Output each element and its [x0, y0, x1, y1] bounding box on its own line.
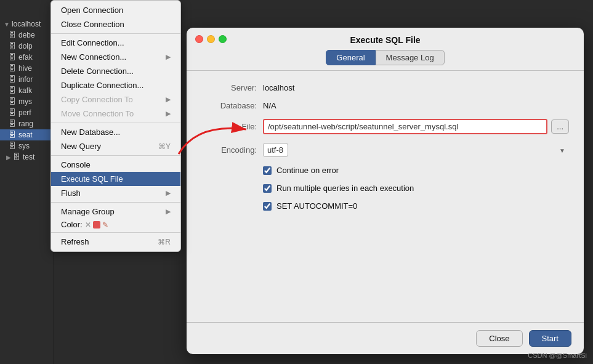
- sidebar-item-label: debe: [18, 31, 35, 39]
- sidebar-item-label: infor: [18, 75, 33, 84]
- sidebar-item-seat[interactable]: 🗄 seat: [0, 129, 54, 140]
- sidebar-item-label: dolp: [18, 42, 33, 51]
- encoding-label: Encoding:: [201, 145, 257, 155]
- db-icon: 🗄: [9, 31, 16, 39]
- sidebar-item-label: mys: [18, 97, 32, 106]
- encoding-row: Encoding: utf-8: [201, 143, 569, 157]
- start-button[interactable]: Start: [529, 330, 571, 347]
- db-icon: 🗄: [9, 42, 16, 51]
- checkbox-set-autocommit: SET AUTOCOMMIT=0: [201, 201, 569, 211]
- file-input-row: ...: [263, 119, 569, 134]
- db-icon: 🗄: [9, 86, 16, 95]
- submenu-arrow-icon: ▶: [166, 53, 171, 61]
- db-icon: 🗄: [9, 108, 16, 117]
- database-value: N/A: [263, 101, 276, 110]
- dialog-tabs: General Message Log: [187, 50, 584, 70]
- minimize-window-button[interactable]: [207, 35, 215, 43]
- submenu-arrow-icon: ▶: [166, 189, 171, 197]
- sidebar-item-label: efak: [18, 53, 33, 62]
- maximize-window-button[interactable]: [219, 35, 227, 43]
- sidebar-item-test[interactable]: ▶ 🗄 test: [0, 152, 54, 163]
- database-label: Database:: [201, 101, 257, 110]
- menu-new-connection[interactable]: New Connection... ▶: [51, 50, 180, 64]
- db-icon: 🗄: [9, 64, 16, 73]
- db-icon: 🗄: [9, 97, 16, 106]
- color-swatch-red[interactable]: [93, 221, 100, 229]
- server-row: Server: localhost: [201, 83, 569, 92]
- sidebar-item-rang[interactable]: 🗄 rang: [0, 118, 54, 129]
- menu-copy-connection-to[interactable]: Copy Connection To ▶: [51, 92, 180, 107]
- checkbox-continue-on-error: Continue on error: [201, 166, 569, 175]
- menu-separator-3: [51, 155, 180, 156]
- sidebar-item-efak[interactable]: 🗄 efak: [0, 52, 54, 63]
- dialog-title: Execute SQL File: [350, 35, 420, 45]
- menu-flush[interactable]: Flush ▶: [51, 186, 180, 200]
- menu-open-connection[interactable]: Open Connection: [51, 3, 180, 17]
- sidebar-item-infor[interactable]: 🗄 infor: [0, 74, 54, 85]
- menu-execute-sql-file[interactable]: Execute SQL File: [51, 172, 180, 186]
- color-swatches: ✕ ✎: [85, 220, 108, 229]
- execute-sql-dialog: Execute SQL File General Message Log Ser…: [187, 28, 584, 354]
- close-button[interactable]: Close: [476, 330, 522, 347]
- menu-close-connection[interactable]: Close Connection: [51, 17, 180, 31]
- menu-delete-connection[interactable]: Delete Connection...: [51, 64, 180, 78]
- menu-duplicate-connection[interactable]: Duplicate Connection...: [51, 78, 180, 92]
- file-input[interactable]: [263, 119, 547, 134]
- set-autocommit-checkbox[interactable]: [263, 202, 272, 211]
- sidebar-item-dolp[interactable]: 🗄 dolp: [0, 41, 54, 52]
- tab-general[interactable]: General: [326, 50, 375, 65]
- sidebar-item-label: sys: [18, 142, 30, 150]
- dialog-body: Server: localhost Database: N/A File: ..…: [187, 71, 584, 322]
- tab-message-log[interactable]: Message Log: [376, 50, 445, 65]
- file-row: File: ...: [201, 119, 569, 134]
- menu-separator-2: [51, 123, 180, 123]
- checkbox-run-multiple-queries: Run multiple queries in each execution: [201, 184, 569, 193]
- sidebar: ▼ localhost 🗄 debe 🗄 dolp 🗄 efak 🗄 hive …: [0, 0, 54, 364]
- expand-icon: ▼: [4, 21, 10, 28]
- context-menu: Open Connection Close Connection Edit Co…: [50, 0, 181, 252]
- color-label: Color:: [61, 220, 83, 229]
- menu-manage-group[interactable]: Manage Group ▶: [51, 204, 180, 219]
- run-multiple-queries-label: Run multiple queries in each execution: [276, 184, 414, 193]
- sidebar-item-perf[interactable]: 🗄 perf: [0, 107, 54, 118]
- menu-separator-1: [51, 33, 180, 34]
- menu-color-row: Color: ✕ ✎: [51, 219, 180, 230]
- menu-new-query[interactable]: New Query ⌘Y: [51, 139, 180, 153]
- menu-console[interactable]: Console: [51, 158, 180, 172]
- sidebar-item-label: localhost: [12, 20, 41, 28]
- encoding-select-wrapper: utf-8: [263, 143, 569, 157]
- server-value: localhost: [263, 83, 294, 92]
- sidebar-item-mys[interactable]: 🗄 mys: [0, 96, 54, 107]
- menu-move-connection-to[interactable]: Move Connection To ▶: [51, 107, 180, 121]
- sidebar-item-hive[interactable]: 🗄 hive: [0, 63, 54, 74]
- menu-new-database[interactable]: New Database...: [51, 125, 180, 139]
- encoding-select[interactable]: utf-8: [263, 143, 288, 157]
- sidebar-item-label: perf: [18, 108, 31, 117]
- expand-icon: ▶: [6, 154, 11, 161]
- continue-on-error-checkbox[interactable]: [263, 166, 272, 175]
- continue-on-error-label: Continue on error: [276, 166, 339, 175]
- color-x-button[interactable]: ✕: [85, 220, 91, 229]
- watermark: CSDN @@SmartSi: [528, 352, 587, 359]
- sidebar-item-sys[interactable]: 🗄 sys: [0, 140, 54, 152]
- sidebar-item-label: kafk: [18, 86, 32, 95]
- close-window-button[interactable]: [195, 35, 203, 43]
- run-multiple-queries-checkbox[interactable]: [263, 184, 272, 193]
- submenu-arrow-icon: ▶: [166, 95, 171, 103]
- traffic-lights: [195, 35, 227, 43]
- sidebar-item-kafk[interactable]: 🗄 kafk: [0, 85, 54, 96]
- sidebar-item-localhost[interactable]: ▼ localhost: [0, 18, 54, 30]
- submenu-arrow-icon: ▶: [166, 110, 171, 118]
- sidebar-item-label: seat: [18, 131, 33, 139]
- db-icon: 🗄: [9, 142, 16, 150]
- dialog-titlebar: Execute SQL File: [187, 28, 584, 50]
- db-icon: 🗄: [13, 153, 20, 161]
- db-icon: 🗄: [9, 131, 16, 139]
- menu-edit-connection[interactable]: Edit Connection...: [51, 36, 180, 50]
- file-label: File:: [201, 122, 257, 131]
- menu-refresh[interactable]: Refresh ⌘R: [51, 235, 180, 249]
- menu-separator-5: [51, 232, 180, 233]
- sidebar-item-debe[interactable]: 🗄 debe: [0, 30, 54, 41]
- color-pencil-icon: ✎: [102, 220, 108, 229]
- file-browse-button[interactable]: ...: [551, 119, 569, 134]
